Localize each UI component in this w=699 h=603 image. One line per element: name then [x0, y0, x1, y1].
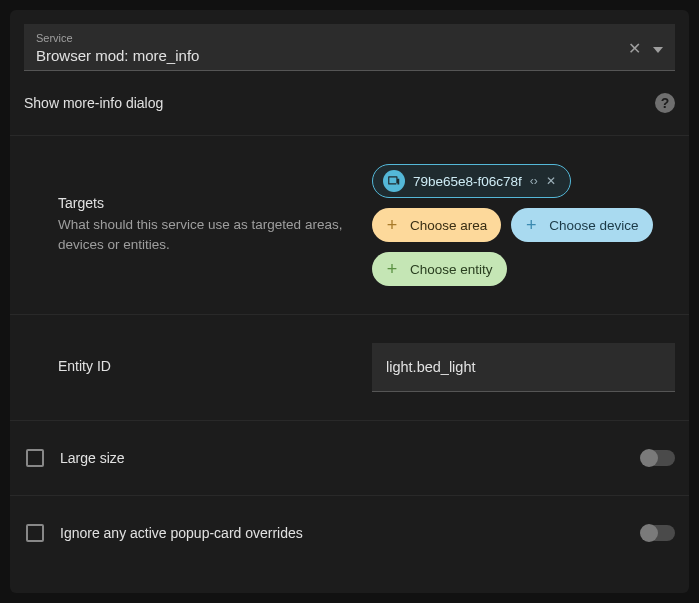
service-description: Show more-info dialog	[24, 95, 655, 111]
selected-device-label: 79be65e8-f06c78f	[413, 174, 522, 189]
service-field-value: Browser mod: more_info	[36, 47, 628, 64]
help-icon[interactable]: ?	[655, 93, 675, 113]
targets-section: Targets What should this service use as …	[10, 135, 689, 314]
targets-description: What should this service use as targeted…	[58, 215, 348, 256]
clear-icon[interactable]: ✕	[628, 39, 641, 58]
ignore-overrides-toggle[interactable]	[641, 525, 675, 541]
choose-device-button[interactable]: + Choose device	[511, 208, 652, 242]
ignore-overrides-label: Ignore any active popup-card overrides	[60, 525, 625, 541]
target-chips: 79be65e8-f06c78f ‹› ✕ + Choose area + Ch…	[372, 164, 675, 286]
entity-id-input[interactable]	[372, 343, 675, 392]
plus-icon: +	[382, 259, 402, 279]
service-call-card: Service Browser mod: more_info ✕ Show mo…	[10, 10, 689, 593]
choose-entity-label: Choose entity	[410, 262, 493, 277]
entity-id-title: Entity ID	[58, 358, 348, 374]
service-text: Service Browser mod: more_info	[36, 32, 628, 64]
plus-icon: +	[521, 215, 541, 235]
selected-device-chip[interactable]: 79be65e8-f06c78f ‹› ✕	[372, 164, 571, 198]
large-size-checkbox[interactable]	[26, 449, 44, 467]
choose-area-button[interactable]: + Choose area	[372, 208, 501, 242]
choose-entity-button[interactable]: + Choose entity	[372, 252, 507, 286]
dropdown-icon[interactable]	[653, 39, 663, 57]
targets-title: Targets	[58, 195, 348, 211]
choose-device-label: Choose device	[549, 218, 638, 233]
entity-section: Entity ID	[10, 314, 689, 420]
large-size-section: Large size	[10, 420, 689, 495]
expand-icon[interactable]: ‹›	[530, 174, 538, 188]
device-icon	[383, 170, 405, 192]
service-selector[interactable]: Service Browser mod: more_info ✕	[24, 24, 675, 71]
large-size-toggle[interactable]	[641, 450, 675, 466]
ignore-overrides-section: Ignore any active popup-card overrides	[10, 495, 689, 570]
choose-area-label: Choose area	[410, 218, 487, 233]
ignore-overrides-checkbox[interactable]	[26, 524, 44, 542]
plus-icon: +	[382, 215, 402, 235]
remove-chip-icon[interactable]: ✕	[546, 174, 556, 188]
description-row: Show more-info dialog ?	[10, 71, 689, 135]
service-field-label: Service	[36, 32, 628, 44]
large-size-label: Large size	[60, 450, 625, 466]
